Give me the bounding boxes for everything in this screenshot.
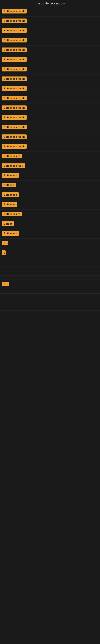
list-item bbox=[0, 258, 100, 262]
list-item bbox=[0, 262, 100, 266]
list-item: Bottleneck result bbox=[0, 7, 100, 16]
list-item: Bottleneck result bbox=[0, 94, 100, 104]
list-item bbox=[0, 290, 100, 294]
bottleneck-bar bbox=[1, 268, 2, 272]
bottleneck-result-badge[interactable]: Bottleneck result bbox=[1, 28, 27, 33]
list-item: Bottleneck result bbox=[0, 36, 100, 46]
bottleneck-result-badge[interactable]: Bottleneck result bbox=[1, 125, 27, 130]
bottleneck-result-badge[interactable]: Bot bbox=[1, 282, 9, 286]
bottleneck-result-badge[interactable]: Bottleneck result bbox=[1, 48, 27, 52]
list-item: Bottleneck result bbox=[0, 74, 100, 84]
bottleneck-result-badge[interactable]: Bottleneck result bbox=[1, 57, 27, 62]
bottleneck-result-badge[interactable]: Bottler bbox=[1, 222, 14, 226]
list-item: Bo bbox=[0, 239, 100, 248]
bottleneck-result-badge[interactable]: Bottleneck bbox=[1, 173, 19, 178]
bottleneck-result-badge[interactable]: Bottlene bbox=[1, 183, 16, 187]
list-item: Bottleneck result bbox=[0, 26, 100, 36]
list-item: Bottleneck result bbox=[0, 113, 100, 123]
bottleneck-result-badge[interactable]: Bottleneck result bbox=[1, 86, 27, 91]
list-item bbox=[0, 266, 100, 276]
bottleneck-result-badge[interactable]: Bottleneck result bbox=[1, 144, 27, 149]
list-item: Bottleneck result bbox=[0, 132, 100, 142]
bottleneck-result-badge[interactable]: Bottleneck result bbox=[1, 96, 27, 100]
list-item: Bottleneck result bbox=[0, 123, 100, 132]
list-item: Bottleneck result bbox=[0, 65, 100, 74]
list-item: Bottleneck result bbox=[0, 84, 100, 94]
list-item: Bottlene bbox=[0, 181, 100, 190]
bottleneck-result-badge[interactable]: Bottleneck result bbox=[1, 76, 27, 81]
list-item: Bottleneck result bbox=[0, 46, 100, 55]
list-item: Bot bbox=[0, 280, 100, 290]
list-item: Bottleneck resu bbox=[0, 162, 100, 171]
list-item: B bbox=[0, 248, 100, 258]
list-item bbox=[0, 306, 100, 310]
site-title: TheBottlenecker.com bbox=[0, 0, 100, 7]
list-item: Bottleneck re bbox=[0, 152, 100, 162]
list-item: Bottleneck result bbox=[0, 55, 100, 65]
bottleneck-result-badge[interactable]: Bottleneck result bbox=[1, 67, 27, 72]
bottleneck-result-badge[interactable]: Bottleneck result bbox=[1, 134, 27, 139]
bottleneck-result-badge[interactable]: Bottleneck re bbox=[1, 154, 22, 158]
list-item: Bottler bbox=[0, 219, 100, 229]
bottleneck-result-badge[interactable]: Bottleneck result bbox=[1, 18, 27, 23]
bottleneck-result-badge[interactable]: Bottleneck result bbox=[1, 106, 27, 110]
list-item: Bottleneck bbox=[0, 171, 100, 181]
bottleneck-result-badge[interactable]: Bo bbox=[1, 241, 8, 245]
list-item bbox=[0, 298, 100, 302]
bottleneck-result-badge[interactable]: Bottleneck resu bbox=[1, 164, 25, 168]
list-item: Bottleneck re bbox=[0, 210, 100, 219]
bottleneck-result-badge[interactable]: Bottleneck bbox=[1, 231, 19, 236]
bottleneck-result-badge[interactable]: Bottlenec bbox=[1, 202, 17, 207]
list-item: Bottleneck result bbox=[0, 104, 100, 113]
bottleneck-result-badge[interactable]: Bottleneck re bbox=[1, 212, 22, 216]
list-item bbox=[0, 294, 100, 298]
list-item: Bottleneck bbox=[0, 229, 100, 239]
list-item bbox=[0, 276, 100, 280]
bottleneck-result-badge[interactable]: B bbox=[1, 250, 6, 255]
list-item bbox=[0, 302, 100, 306]
list-item: Bottleneck result bbox=[0, 16, 100, 26]
bottleneck-result-badge[interactable]: Bottleneck result bbox=[1, 38, 27, 42]
list-item: Bottlenec bbox=[0, 200, 100, 210]
list-item: Bottleneck bbox=[0, 190, 100, 200]
bottleneck-result-badge[interactable]: Bottleneck bbox=[1, 192, 19, 197]
bottleneck-result-badge[interactable]: Bottleneck result bbox=[1, 115, 27, 120]
list-item: Bottleneck result bbox=[0, 142, 100, 152]
bottleneck-result-badge[interactable]: Bottleneck result bbox=[1, 9, 27, 14]
